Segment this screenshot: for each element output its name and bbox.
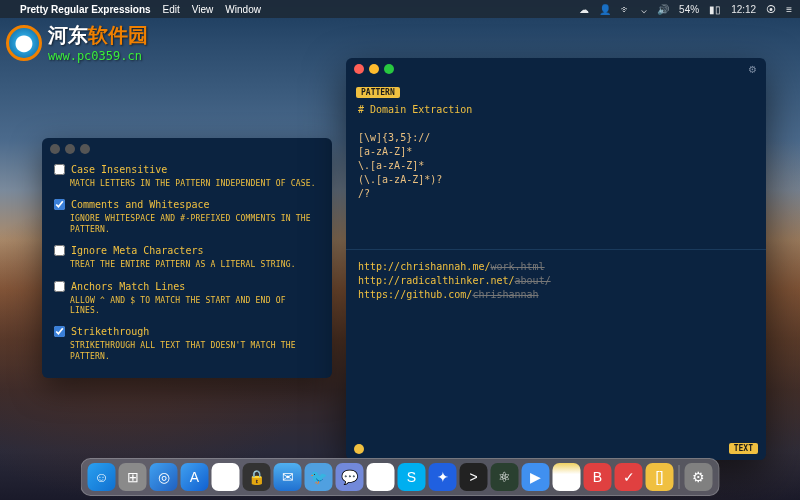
- dock-app-discord[interactable]: 💬: [336, 463, 364, 491]
- dock-app-bear[interactable]: B: [584, 463, 612, 491]
- zoom-button[interactable]: [80, 144, 90, 154]
- option-checkbox[interactable]: [54, 199, 65, 210]
- option-checkbox[interactable]: [54, 281, 65, 292]
- user-icon[interactable]: 👤: [599, 4, 611, 15]
- pattern-input[interactable]: # Domain Extraction [\w]{3,5}:// [a-zA-Z…: [346, 99, 766, 249]
- test-line: http://radicalthinker.net/about/: [358, 274, 754, 288]
- dock-app-tweetbot[interactable]: 🐦: [305, 463, 333, 491]
- option-row: Case Insensitive: [42, 160, 332, 177]
- option-label[interactable]: Case Insensitive: [54, 164, 320, 175]
- minimize-button[interactable]: [65, 144, 75, 154]
- dock-app-mail[interactable]: ✉: [274, 463, 302, 491]
- test-line: https://github.com/chrishannah: [358, 288, 754, 302]
- option-row: Strikethrough: [42, 322, 332, 339]
- watermark-logo-icon: ⬤: [6, 25, 42, 61]
- editor-titlebar: ⚙: [346, 58, 766, 80]
- dock-app-xcode[interactable]: ▶: [522, 463, 550, 491]
- dock-separator: [679, 465, 680, 489]
- dock-app-atom[interactable]: ⚛: [491, 463, 519, 491]
- dock-app-todoist[interactable]: ✓: [615, 463, 643, 491]
- option-label[interactable]: Comments and Whitespace: [54, 199, 320, 210]
- dock-app-finder[interactable]: ☺: [88, 463, 116, 491]
- menu-view[interactable]: View: [192, 4, 214, 15]
- bluetooth-icon[interactable]: ⌵: [641, 4, 647, 15]
- option-description: Match letters in the pattern independent…: [42, 177, 332, 195]
- option-label[interactable]: Strikethrough: [54, 326, 320, 337]
- dock-app-1password[interactable]: 🔒: [243, 463, 271, 491]
- test-text-input[interactable]: http://chrishannah.me/work.htmlhttp://ra…: [346, 250, 766, 439]
- option-description: Ignore whitespace and #-prefixed comment…: [42, 212, 332, 241]
- watermark-url: www.pc0359.cn: [48, 49, 148, 63]
- dock-app-terminal[interactable]: >: [460, 463, 488, 491]
- dock-app-skype[interactable]: S: [398, 463, 426, 491]
- watermark: ⬤ 河东软件园 www.pc0359.cn: [6, 22, 148, 63]
- text-badge: TEXT: [729, 443, 758, 454]
- option-checkbox[interactable]: [54, 326, 65, 337]
- clock[interactable]: 12:12: [731, 4, 756, 15]
- option-title: Anchors Match Lines: [71, 281, 185, 292]
- option-checkbox[interactable]: [54, 245, 65, 256]
- watermark-title: 河东软件园: [48, 22, 148, 49]
- dock-app-spark[interactable]: ✦: [429, 463, 457, 491]
- status-dot-icon: [354, 444, 364, 454]
- option-title: Comments and Whitespace: [71, 199, 209, 210]
- option-description: Allow ^ and $ to match the start and end…: [42, 294, 332, 323]
- minimize-button[interactable]: [369, 64, 379, 74]
- dock-app-notes[interactable]: ≡: [553, 463, 581, 491]
- window-controls: [346, 58, 402, 80]
- battery-percent[interactable]: 54%: [679, 4, 699, 15]
- wifi-icon[interactable]: ᯤ: [621, 4, 631, 15]
- option-label[interactable]: Anchors Match Lines: [54, 281, 320, 292]
- option-row: Ignore Meta Characters: [42, 241, 332, 258]
- menubar: Pretty Regular Expressions Edit View Win…: [0, 0, 800, 18]
- option-label[interactable]: Ignore Meta Characters: [54, 245, 320, 256]
- dock-app-chrome[interactable]: ◉: [212, 463, 240, 491]
- option-checkbox[interactable]: [54, 164, 65, 175]
- pattern-badge: PATTERN: [356, 87, 400, 98]
- volume-icon[interactable]: 🔊: [657, 4, 669, 15]
- cloud-icon[interactable]: ☁: [579, 4, 589, 15]
- close-button[interactable]: [354, 64, 364, 74]
- dock-app-settings[interactable]: ⚙: [685, 463, 713, 491]
- zoom-button[interactable]: [384, 64, 394, 74]
- close-button[interactable]: [50, 144, 60, 154]
- test-line: http://chrishannah.me/work.html: [358, 260, 754, 274]
- battery-icon[interactable]: ▮▯: [709, 4, 721, 15]
- dock: ☺⊞◎A◉🔒✉🐦💬✱S✦>⚛▶≡B✓[]⚙: [81, 458, 720, 496]
- option-title: Strikethrough: [71, 326, 149, 337]
- option-description: Treat the entire pattern as a literal st…: [42, 258, 332, 276]
- menu-edit[interactable]: Edit: [163, 4, 180, 15]
- notifications-icon[interactable]: ≡: [786, 4, 792, 15]
- dock-app-launchpad[interactable]: ⊞: [119, 463, 147, 491]
- option-description: Strikethrough all text that doesn't matc…: [42, 339, 332, 368]
- gear-icon[interactable]: ⚙: [749, 62, 756, 76]
- window-controls: [42, 138, 332, 160]
- spotlight-icon[interactable]: ⦿: [766, 4, 776, 15]
- option-row: Comments and Whitespace: [42, 195, 332, 212]
- editor-window: ⚙ PATTERN # Domain Extraction [\w]{3,5}:…: [346, 58, 766, 460]
- option-row: Anchors Match Lines: [42, 277, 332, 294]
- dock-app-slack[interactable]: ✱: [367, 463, 395, 491]
- dock-app-safari[interactable]: ◎: [150, 463, 178, 491]
- dock-app-pretty-regex[interactable]: []: [646, 463, 674, 491]
- option-title: Ignore Meta Characters: [71, 245, 203, 256]
- dock-app-appstore[interactable]: A: [181, 463, 209, 491]
- app-menu[interactable]: Pretty Regular Expressions: [20, 4, 151, 15]
- menu-window[interactable]: Window: [225, 4, 261, 15]
- options-panel: Case InsensitiveMatch letters in the pat…: [42, 138, 332, 378]
- option-title: Case Insensitive: [71, 164, 167, 175]
